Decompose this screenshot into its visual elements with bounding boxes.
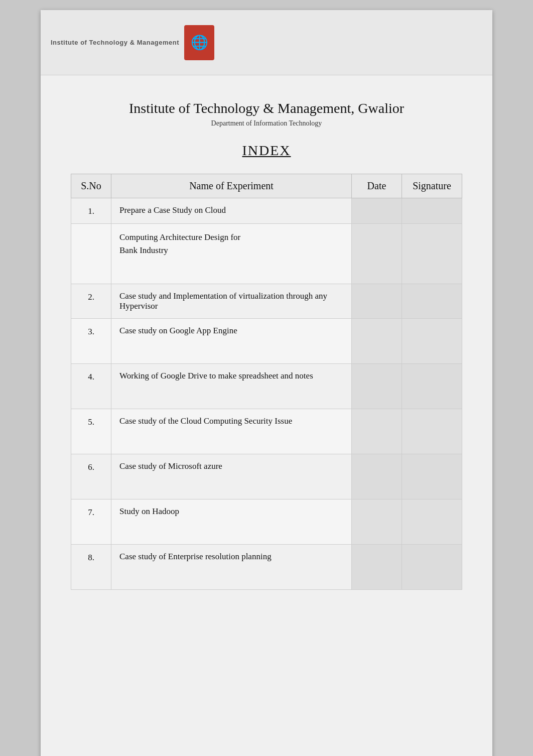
row-date bbox=[352, 319, 402, 364]
col-header-date: Date bbox=[352, 174, 402, 198]
table-row: 7. Study on Hadoop bbox=[71, 499, 462, 545]
table-row: 1. Prepare a Case Study on Cloud bbox=[71, 198, 462, 224]
row-date bbox=[352, 545, 402, 590]
row-experiment: Case study of the Cloud Computing Securi… bbox=[111, 409, 352, 454]
table-row: 8. Case study of Enterprise resolution p… bbox=[71, 545, 462, 590]
col-header-signature: Signature bbox=[402, 174, 462, 198]
row-experiment: Case study and Implementation of virtual… bbox=[111, 284, 352, 319]
logo-text-block: Institute of Technology & Management bbox=[51, 39, 179, 46]
row-experiment: Working of Google Drive to make spreadsh… bbox=[111, 364, 352, 409]
col-header-sno: S.No bbox=[71, 174, 111, 198]
logo-text-line1: Institute of Technology & Management bbox=[51, 39, 179, 46]
row-sno: 1. bbox=[71, 198, 111, 224]
page: Institute of Technology & Management 🌐 I… bbox=[41, 10, 492, 756]
row-signature bbox=[402, 499, 462, 545]
row-sno: 6. bbox=[71, 454, 111, 499]
row-date bbox=[352, 198, 402, 224]
row-sno: 7. bbox=[71, 499, 111, 545]
row-signature bbox=[402, 454, 462, 499]
index-table: S.No Name of Experiment Date Signature 1… bbox=[71, 174, 462, 590]
row-experiment: Case study of Microsoft azure bbox=[111, 454, 352, 499]
row-sno: 4. bbox=[71, 364, 111, 409]
row-signature bbox=[402, 364, 462, 409]
logo-area: Institute of Technology & Management 🌐 bbox=[51, 25, 214, 60]
row-experiment: Study on Hadoop bbox=[111, 499, 352, 545]
row-sno: 5. bbox=[71, 409, 111, 454]
table-row: 6. Case study of Microsoft azure bbox=[71, 454, 462, 499]
table-row: 4. Working of Google Drive to make sprea… bbox=[71, 364, 462, 409]
row-signature bbox=[402, 284, 462, 319]
table-header-row: S.No Name of Experiment Date Signature bbox=[71, 174, 462, 198]
row-date bbox=[352, 499, 402, 545]
row-signature bbox=[402, 545, 462, 590]
department-name: Department of Information Technology bbox=[71, 119, 462, 128]
institution-name: Institute of Technology & Management, Gw… bbox=[71, 100, 462, 116]
row-date bbox=[352, 454, 402, 499]
table-row: 2. Case study and Implementation of virt… bbox=[71, 284, 462, 319]
row-signature bbox=[402, 198, 462, 224]
row-experiment: Case study on Google App Engine bbox=[111, 319, 352, 364]
institution-header: Institute of Technology & Management, Gw… bbox=[71, 100, 462, 128]
col-header-experiment: Name of Experiment bbox=[111, 174, 352, 198]
row-date bbox=[352, 364, 402, 409]
index-title: INDEX bbox=[71, 143, 462, 159]
main-content: Institute of Technology & Management, Gw… bbox=[41, 75, 492, 610]
row-signature bbox=[402, 409, 462, 454]
row-sno: 8. bbox=[71, 545, 111, 590]
row-signature bbox=[402, 319, 462, 364]
row-experiment: Case study of Enterprise resolution plan… bbox=[111, 545, 352, 590]
table-row: 5. Case study of the Cloud Computing Sec… bbox=[71, 409, 462, 454]
row-experiment: Prepare a Case Study on Cloud bbox=[111, 198, 352, 224]
row-date bbox=[352, 409, 402, 454]
institution-logo-icon: 🌐 bbox=[184, 25, 214, 60]
row-sno: 3. bbox=[71, 319, 111, 364]
spacer-row: Computing Architecture Design forBank In… bbox=[71, 224, 462, 284]
row-sno: 2. bbox=[71, 284, 111, 319]
row-date bbox=[352, 284, 402, 319]
top-header: Institute of Technology & Management 🌐 bbox=[41, 10, 492, 75]
table-row: 3. Case study on Google App Engine bbox=[71, 319, 462, 364]
